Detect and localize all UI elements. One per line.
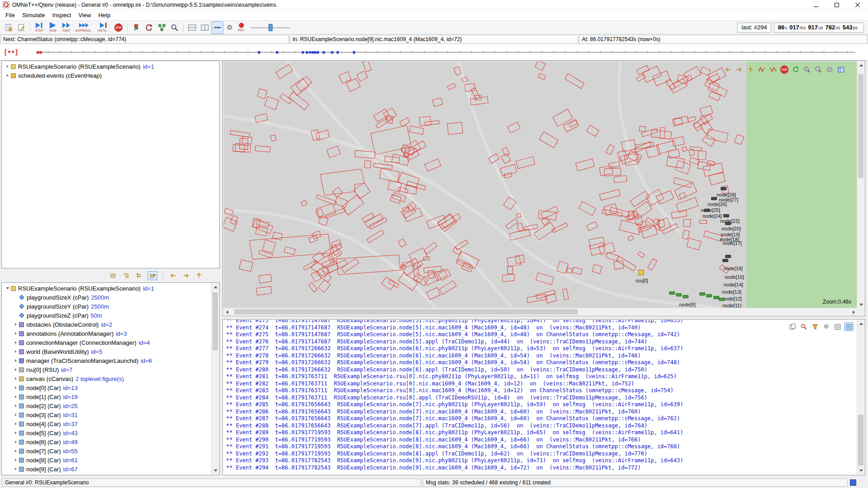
expand-chevron-icon[interactable] bbox=[12, 437, 19, 446]
expand-chevron-icon[interactable] bbox=[4, 284, 11, 293]
menu-simulate[interactable]: Simulate bbox=[19, 10, 49, 20]
expand-chevron-icon[interactable] bbox=[12, 474, 19, 474]
tree-item[interactable]: scheduled-events (cEventHeap) bbox=[2, 71, 219, 80]
car-node-icon[interactable] bbox=[721, 187, 726, 190]
timeline-event-dot[interactable] bbox=[316, 51, 319, 54]
car-node-icon[interactable] bbox=[704, 209, 710, 212]
tree-item[interactable]: obstacles (ObstacleControl)id=2 bbox=[2, 320, 211, 329]
tree-item[interactable]: node[9] (Car)id=67 bbox=[2, 465, 211, 474]
expand-chevron-icon[interactable] bbox=[12, 465, 19, 474]
tree-mode-grouped-button[interactable] bbox=[121, 271, 131, 280]
tree-mode-flat-button[interactable] bbox=[108, 271, 118, 280]
preferences-button[interactable]: ⚙ bbox=[224, 21, 235, 34]
menu-help[interactable]: Help bbox=[94, 10, 114, 20]
horizontal-layout-button[interactable] bbox=[186, 21, 198, 34]
expand-chevron-icon[interactable] bbox=[12, 410, 19, 419]
timeline-event-dot[interactable] bbox=[309, 51, 311, 54]
expand-chevron-icon[interactable] bbox=[12, 401, 19, 410]
tree-item[interactable]: node[10] (Car)id=73 bbox=[2, 474, 211, 474]
tree-item[interactable]: playgroundSizeX (cPar)2500m bbox=[2, 293, 211, 302]
menu-inspect[interactable]: Inspect bbox=[49, 10, 75, 20]
scroll-up-button[interactable] bbox=[857, 320, 865, 328]
tree-mode-children-button[interactable] bbox=[147, 271, 157, 280]
run-button[interactable]: RUN bbox=[47, 21, 59, 34]
expand-chevron-icon[interactable] bbox=[12, 374, 19, 383]
close-button[interactable] bbox=[847, 0, 868, 9]
timeline-event-dot[interactable] bbox=[314, 51, 316, 54]
timeline-event-dot[interactable] bbox=[353, 51, 355, 54]
rsu-label[interactable]: rsu[0] bbox=[636, 278, 648, 283]
network-map[interactable]: node[28]node[27]node[26]node[25]node[24]… bbox=[223, 61, 858, 309]
node-label[interactable]: node[6] bbox=[679, 302, 696, 307]
car-node-icon[interactable] bbox=[683, 295, 689, 298]
inspector-vscrollbar[interactable] bbox=[211, 283, 219, 474]
edit-inifile-button[interactable] bbox=[15, 21, 27, 34]
tree-item[interactable]: node[4] (Car)id=37 bbox=[2, 419, 211, 428]
express-run-button[interactable]: EXPRESS... bbox=[74, 21, 95, 34]
run-until-button[interactable]: UNTIL... bbox=[96, 21, 111, 34]
tree-item[interactable]: node[2] (Car)id=25 bbox=[2, 401, 211, 410]
scroll-down-button[interactable] bbox=[212, 467, 219, 474]
tree-item[interactable]: RSUExampleScenario (RSUExampleScenario)i… bbox=[2, 62, 219, 71]
scroll-thumb[interactable] bbox=[858, 74, 863, 178]
timeline-event-dot[interactable] bbox=[258, 51, 260, 54]
timeline-event-dot[interactable] bbox=[336, 51, 339, 54]
message-view-button[interactable] bbox=[844, 322, 854, 331]
canvas-vscrollbar[interactable] bbox=[857, 61, 864, 309]
node-label[interactable]: node[24] bbox=[703, 213, 722, 219]
car-node-icon[interactable] bbox=[722, 259, 728, 262]
rsu-node-icon[interactable] bbox=[638, 270, 644, 275]
fast-run-button[interactable]: FAST bbox=[60, 21, 73, 34]
minimize-button[interactable] bbox=[806, 0, 826, 9]
timeline-event-dot[interactable] bbox=[39, 51, 42, 54]
expand-chevron-icon[interactable] bbox=[12, 419, 19, 428]
expand-chevron-icon[interactable] bbox=[4, 62, 11, 71]
expand-chevron-icon[interactable] bbox=[12, 392, 19, 401]
relayout-button[interactable] bbox=[757, 65, 767, 74]
find-icon[interactable] bbox=[799, 322, 808, 331]
timeline-strip[interactable]: [ ] bbox=[0, 44, 868, 61]
node-label[interactable]: node[12] bbox=[722, 296, 742, 301]
car-node-icon[interactable] bbox=[725, 222, 731, 225]
tree-item[interactable]: playgroundSizeY (cPar)2500m bbox=[2, 302, 211, 311]
reset-zoom-button[interactable] bbox=[825, 65, 835, 74]
scroll-up-button[interactable] bbox=[212, 283, 219, 291]
relayout-loose-button[interactable] bbox=[768, 65, 778, 74]
timeline-event-dot[interactable] bbox=[37, 51, 39, 54]
maximize-button[interactable] bbox=[826, 0, 847, 9]
expand-chevron-icon[interactable] bbox=[12, 329, 19, 338]
tree-item[interactable]: RSUExampleScenario (RSUExampleScenario)i… bbox=[2, 284, 211, 293]
find-objects-button[interactable] bbox=[169, 21, 180, 34]
filter-icon[interactable] bbox=[810, 322, 820, 331]
expand-chevron-icon[interactable] bbox=[12, 356, 19, 365]
node-label[interactable]: node[16] bbox=[723, 266, 743, 271]
log-view[interactable]: ** Event #273 t=86.017917147687 RSUExamp… bbox=[223, 320, 857, 474]
node-label[interactable]: node[14] bbox=[724, 282, 743, 287]
history-forward-button[interactable] bbox=[181, 271, 191, 280]
scroll-left-button[interactable] bbox=[223, 308, 231, 316]
timeline-axis[interactable] bbox=[36, 52, 855, 53]
scroll-down-button[interactable] bbox=[857, 467, 865, 474]
scroll-thumb[interactable] bbox=[858, 415, 863, 465]
expand-chevron-icon[interactable] bbox=[12, 338, 19, 347]
tree-item[interactable]: rsu[0] (RSU)id=7 bbox=[2, 365, 211, 374]
tree-item[interactable]: node[6] (Car)id=49 bbox=[2, 437, 211, 446]
car-node-icon[interactable] bbox=[725, 255, 731, 258]
tree-item[interactable]: node[3] (Car)id=31 bbox=[2, 410, 211, 419]
go-up-button[interactable] bbox=[194, 271, 204, 280]
tree-mode-inheritance-button[interactable] bbox=[134, 271, 144, 280]
redraw-button[interactable] bbox=[791, 65, 801, 74]
zoom-out-button[interactable] bbox=[813, 65, 823, 74]
configure-network-button[interactable] bbox=[156, 21, 168, 34]
vertical-layout-button[interactable] bbox=[199, 21, 211, 34]
timeline-toggle-button[interactable] bbox=[212, 21, 223, 34]
hash-view-button[interactable] bbox=[833, 322, 842, 331]
tree-item[interactable]: node[5] (Car)id=43 bbox=[2, 428, 211, 437]
history-back-button[interactable] bbox=[168, 271, 178, 280]
zoom-in-button[interactable] bbox=[802, 65, 812, 74]
canvas-back-button[interactable] bbox=[723, 65, 733, 74]
tree-item[interactable]: node[8] (Car)id=61 bbox=[2, 455, 211, 465]
canvas-forward-button[interactable] bbox=[734, 65, 744, 74]
expand-chevron-icon[interactable] bbox=[12, 365, 19, 374]
expand-chevron-icon[interactable] bbox=[12, 383, 19, 392]
